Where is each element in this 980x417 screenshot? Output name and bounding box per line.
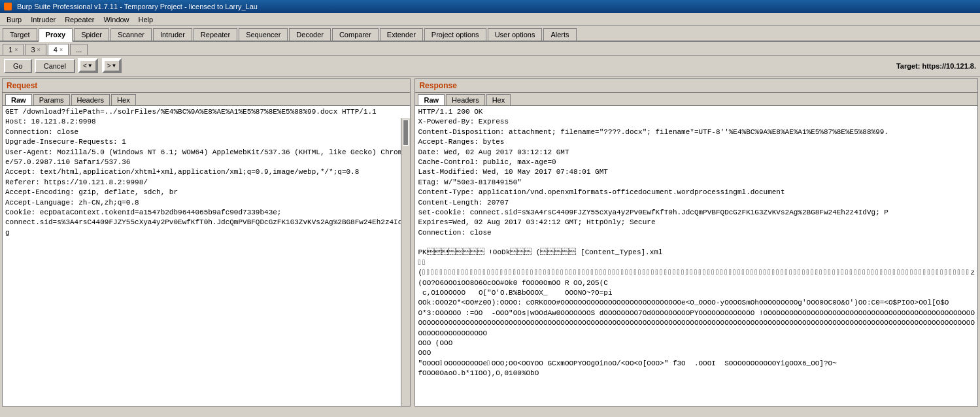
history-tab-4[interactable]: 4× <box>48 44 69 55</box>
prev-label: < <box>83 62 87 69</box>
menu-bar: Burp Intruder Repeater Window Help <box>0 13 980 26</box>
main-tab-scanner[interactable]: Scanner <box>110 28 152 41</box>
request-content[interactable]: GET /download?filePath=../solrFiles/%E4%… <box>3 106 410 406</box>
main-content: Request RawParamsHeadersHex GET /downloa… <box>0 76 980 409</box>
next-button[interactable]: > ▼ <box>103 59 121 72</box>
menu-item-repeater[interactable]: Repeater <box>61 15 98 24</box>
request-tab-raw[interactable]: Raw <box>5 94 32 105</box>
menu-item-window[interactable]: Window <box>99 15 133 24</box>
response-tab-headers[interactable]: Headers <box>446 94 485 105</box>
toolbar: Go Cancel < ▼ > ▼ Target: https://10.121… <box>0 56 980 76</box>
request-tab-params[interactable]: Params <box>33 94 70 105</box>
main-tab-decoder[interactable]: Decoder <box>289 28 331 41</box>
title-text: Burp Suite Professional v1.7.11 - Tempor… <box>17 3 258 10</box>
response-content[interactable]: HTTP/1.1 200 OK X-Powered-By: Express Co… <box>415 106 977 406</box>
main-tab-repeater[interactable]: Repeater <box>194 28 237 41</box>
response-title: Response <box>415 79 977 93</box>
request-tab-hex[interactable]: Hex <box>111 94 136 105</box>
history-tab-close-4[interactable]: × <box>59 46 63 53</box>
main-tab-intruder[interactable]: Intruder <box>153 28 192 41</box>
title-bar: Burp Suite Professional v1.7.11 - Tempor… <box>0 0 980 13</box>
main-tab-proxy[interactable]: Proxy <box>39 28 73 42</box>
history-tab-close-1[interactable]: × <box>14 46 18 53</box>
next-label: > <box>107 62 111 69</box>
next-dropdown-icon[interactable]: ▼ <box>112 63 117 69</box>
request-tabs: RawParamsHeadersHex <box>3 93 410 106</box>
request-title: Request <box>3 79 410 93</box>
prev-button[interactable]: < ▼ <box>79 59 97 72</box>
main-tab-extender[interactable]: Extender <box>380 28 423 41</box>
main-tab-spider[interactable]: Spider <box>74 28 109 41</box>
history-tab-close-3[interactable]: × <box>37 46 41 53</box>
request-scrollbar[interactable] <box>401 118 410 406</box>
target-label: Target: https://10.121.8. <box>896 62 976 70</box>
menu-item-intruder[interactable]: Intruder <box>27 15 59 24</box>
main-tab-alerts[interactable]: Alerts <box>543 28 576 41</box>
menu-item-help[interactable]: Help <box>135 15 158 24</box>
main-tab-sequencer[interactable]: Sequencer <box>239 28 288 41</box>
prev-dropdown-icon[interactable]: ▼ <box>88 63 93 69</box>
request-tab-headers[interactable]: Headers <box>71 94 110 105</box>
main-tab-user-options[interactable]: User options <box>488 28 543 41</box>
request-panel: Request RawParamsHeadersHex GET /downloa… <box>2 78 411 407</box>
response-panel: Response RawHeadersHex HTTP/1.1 200 OK X… <box>414 78 978 407</box>
go-button[interactable]: Go <box>4 59 32 73</box>
history-tab-...[interactable]: ... <box>70 44 88 55</box>
app-icon <box>4 3 12 10</box>
main-tab-comparer[interactable]: Comparer <box>332 28 379 41</box>
menu-item-burp[interactable]: Burp <box>3 15 25 24</box>
response-tabs: RawHeadersHex <box>415 93 977 106</box>
history-tabs: 1×3×4×... <box>0 42 980 56</box>
response-tab-raw[interactable]: Raw <box>418 94 445 105</box>
history-tab-1[interactable]: 1× <box>3 44 24 55</box>
history-tab-3[interactable]: 3× <box>25 44 46 55</box>
response-tab-hex[interactable]: Hex <box>486 94 511 105</box>
main-tabs: TargetProxySpiderScannerIntruderRepeater… <box>0 26 980 42</box>
cancel-button[interactable]: Cancel <box>35 59 75 73</box>
main-tab-project-options[interactable]: Project options <box>424 28 486 41</box>
main-tab-target[interactable]: Target <box>3 28 37 41</box>
